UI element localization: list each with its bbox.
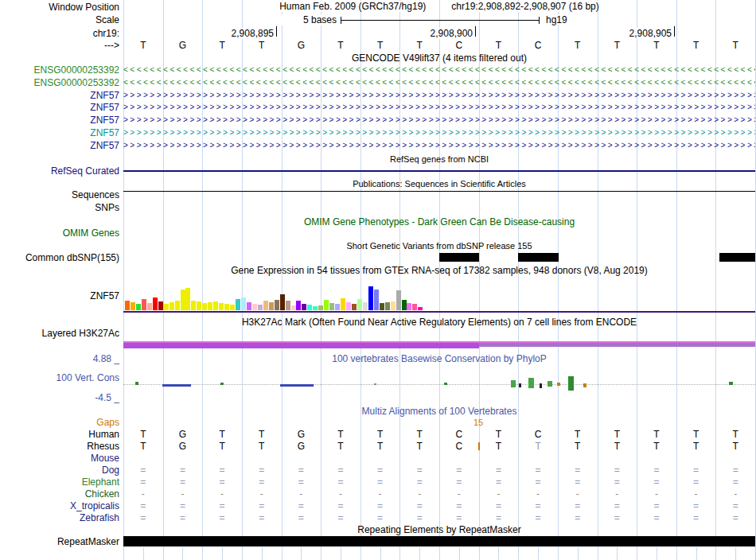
gtex-bar[interactable] (131, 302, 135, 310)
gtex-gene-model-line[interactable] (123, 311, 755, 313)
gtex-bar[interactable] (275, 300, 279, 310)
gencode-gene-row[interactable]: <<<<<<<<<<<<<<<<<<<<<<<<<<<<<<<<<<<<<<<<… (123, 77, 755, 88)
sequences-label[interactable]: Sequences (0, 189, 119, 200)
ruler-coordinate[interactable]: 2,908,895 (212, 28, 274, 39)
gtex-bar[interactable] (307, 305, 312, 310)
gtex-bar[interactable] (197, 301, 201, 310)
gtex-bar[interactable] (224, 304, 229, 310)
gencode-gene-label[interactable]: ZNF57 (0, 127, 119, 138)
gtex-bar[interactable] (219, 303, 224, 310)
gtex-bar[interactable] (158, 301, 163, 310)
gtex-bar[interactable] (346, 302, 351, 310)
gencode-gene-label[interactable]: ZNF57 (0, 115, 119, 126)
gtex-gene-label[interactable]: ZNF57 (0, 290, 119, 301)
refseq-track-title[interactable]: RefSeq genes from NCBI (123, 154, 755, 165)
species-label[interactable]: Human (0, 429, 119, 440)
gaps-row-label[interactable]: Gaps (0, 417, 119, 428)
gtex-bar[interactable] (341, 298, 345, 310)
gtex-bar[interactable] (291, 305, 296, 310)
gencode-gene-label[interactable]: ENSG00000253392 (0, 77, 119, 88)
dbsnp-track-title[interactable]: Short Genetic Variants from dbSNP releas… (123, 240, 755, 251)
gtex-bar[interactable] (407, 303, 411, 310)
gencode-gene-row[interactable]: >>>>>>>>>>>>>>>>>>>>>>>>>>>>>>>>>>>>>>>>… (123, 115, 755, 125)
species-label[interactable]: Mouse (0, 453, 119, 464)
gtex-bar[interactable] (385, 302, 390, 310)
repeatmasker-element-bar[interactable] (123, 536, 755, 546)
gtex-bar[interactable] (147, 303, 152, 310)
repeatmasker-track-title[interactable]: Repeating Elements by RepeatMasker (123, 524, 755, 535)
gtex-bar[interactable] (280, 294, 285, 310)
gtex-bar[interactable] (230, 305, 235, 310)
gtex-bar[interactable] (185, 288, 190, 310)
repeatmasker-label[interactable]: RepeatMasker (0, 536, 119, 547)
conservation-track-label[interactable]: 100 Vert. Cons (0, 372, 119, 383)
gtex-bar[interactable] (402, 300, 407, 310)
gtex-bar[interactable] (313, 306, 318, 310)
dbsnp-variant[interactable] (719, 253, 755, 262)
gtex-bar[interactable] (286, 301, 290, 310)
species-label[interactable]: X_tropicalis (0, 500, 119, 511)
gtex-track-title[interactable]: Gene Expression in 54 tissues from GTEx … (123, 265, 755, 276)
gtex-bar[interactable] (164, 304, 169, 310)
omim-genes-label[interactable]: OMIM Genes (0, 228, 119, 239)
gtex-bar[interactable] (258, 305, 263, 310)
gtex-bar[interactable] (391, 301, 396, 310)
gencode-gene-label[interactable]: ZNF57 (0, 102, 119, 113)
gencode-gene-row[interactable]: >>>>>>>>>>>>>>>>>>>>>>>>>>>>>>>>>>>>>>>>… (123, 90, 755, 100)
gencode-gene-label[interactable]: ZNF57 (0, 140, 119, 151)
gtex-bar[interactable] (191, 301, 196, 310)
gencode-gene-row[interactable]: >>>>>>>>>>>>>>>>>>>>>>>>>>>>>>>>>>>>>>>>… (123, 127, 755, 138)
species-label[interactable]: Chicken (0, 488, 119, 500)
gtex-bar[interactable] (324, 300, 329, 310)
gtex-bar[interactable] (329, 303, 334, 310)
gtex-bar[interactable] (269, 302, 274, 310)
h3k27ac-layer[interactable] (123, 343, 479, 348)
h3k27ac-track-title[interactable]: H3K27Ac Mark (Often Found Near Active Re… (123, 317, 755, 328)
gtex-bar[interactable] (368, 286, 373, 310)
gtex-bar[interactable] (175, 301, 180, 310)
gtex-bar[interactable] (136, 304, 141, 310)
gtex-bar[interactable] (318, 305, 323, 310)
gtex-bar[interactable] (335, 304, 340, 310)
gtex-bar[interactable] (202, 303, 207, 310)
ruler-coordinate[interactable]: 2,908,905 (610, 28, 672, 39)
species-label[interactable]: Elephant (0, 476, 119, 488)
gtex-bar[interactable] (296, 301, 301, 310)
gtex-bar[interactable] (213, 301, 218, 310)
gencode-gene-label[interactable]: ZNF57 (0, 90, 119, 101)
gencode-gene-row[interactable]: >>>>>>>>>>>>>>>>>>>>>>>>>>>>>>>>>>>>>>>>… (123, 140, 755, 150)
multiz-track-title[interactable]: Multiz Alignments of 100 Vertebrates (123, 406, 755, 417)
gtex-bar[interactable] (363, 302, 368, 310)
gtex-bar[interactable] (153, 298, 158, 310)
species-label[interactable]: Rhesus (0, 441, 119, 452)
h3k27ac-layer[interactable] (479, 343, 755, 347)
snps-label[interactable]: SNPs (0, 202, 119, 213)
ruler-coordinate[interactable]: 2,908,900 (411, 28, 473, 39)
species-label[interactable]: Zebrafish (0, 512, 119, 523)
gtex-bar[interactable] (418, 307, 423, 310)
gtex-bar[interactable] (181, 290, 185, 310)
gtex-bar[interactable] (412, 304, 417, 310)
gtex-bar[interactable] (357, 299, 362, 310)
gencode-gene-row[interactable]: >>>>>>>>>>>>>>>>>>>>>>>>>>>>>>>>>>>>>>>>… (123, 102, 755, 112)
gtex-bar[interactable] (125, 301, 130, 310)
gtex-bar[interactable] (208, 302, 212, 310)
refseq-gene-line[interactable] (123, 170, 755, 172)
gencode-gene-row[interactable]: <<<<<<<<<<<<<<<<<<<<<<<<<<<<<<<<<<<<<<<<… (123, 64, 755, 75)
gencode-track-title[interactable]: GENCODE V49lift37 (4 items filtered out) (123, 52, 755, 64)
gtex-bar[interactable] (263, 301, 268, 310)
publications-sequence-line[interactable] (123, 191, 755, 192)
gtex-bar[interactable] (380, 303, 384, 310)
layered-h3k27ac-label[interactable]: Layered H3K27Ac (0, 328, 119, 339)
gtex-bar[interactable] (142, 299, 146, 310)
gtex-bar[interactable] (236, 299, 240, 310)
gtex-bar[interactable] (247, 302, 251, 310)
dbsnp-variant[interactable] (439, 253, 479, 262)
gtex-bar[interactable] (302, 304, 306, 310)
species-label[interactable]: Dog (0, 465, 119, 476)
common-dbsnp-label[interactable]: Common dbSNP(155) (0, 252, 119, 263)
gtex-bar[interactable] (170, 302, 174, 310)
gtex-bar[interactable] (352, 304, 357, 310)
dbsnp-variant[interactable] (518, 253, 559, 262)
omim-track-title[interactable]: OMIM Gene Phenotypes - Dark Green Can Be… (123, 216, 755, 228)
